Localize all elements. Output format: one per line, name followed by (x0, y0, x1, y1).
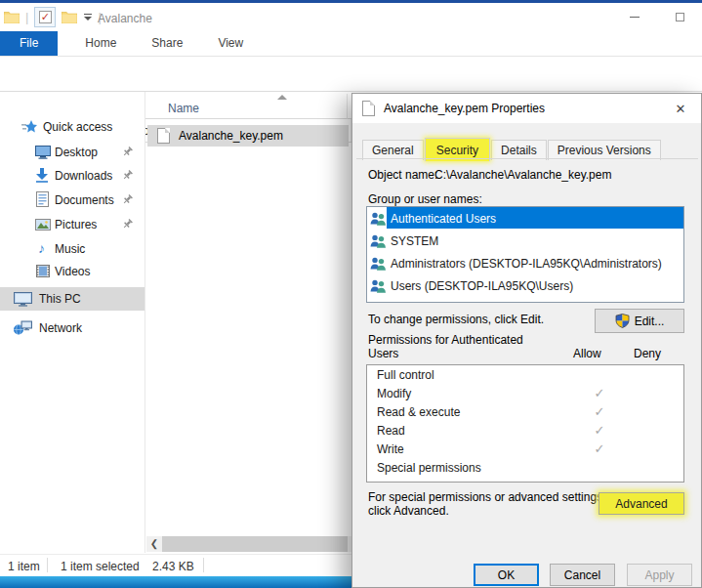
scroll-left-icon[interactable]: ❮ (146, 536, 162, 552)
group-name: Authenticated Users (391, 212, 496, 226)
permission-name: Full control (377, 368, 434, 382)
permission-row-full-control[interactable]: Full control (367, 365, 683, 384)
permission-name: Modify (377, 387, 411, 400)
users-group-icon (370, 279, 387, 293)
sidebar-item-label: This PC (39, 292, 81, 306)
sidebar-item-documents[interactable]: Documents (0, 189, 145, 212)
permissions-for-label-line2: Users (368, 347, 398, 360)
sort-ascending-icon[interactable] (277, 95, 287, 100)
edit-button-label: Edit... (635, 315, 665, 328)
properties-dialog: Avalanche_key.pem Properties ✕ General S… (351, 93, 702, 588)
qat-new-folder-icon[interactable] (62, 11, 77, 23)
sidebar-item-this-pc[interactable]: This PC (0, 287, 145, 311)
sidebar-item-videos[interactable]: Videos (0, 260, 145, 283)
group-user-label: Group or user names: (368, 192, 482, 206)
qat-separator: | (25, 10, 28, 24)
permission-name: Read (377, 424, 405, 438)
group-row-users[interactable]: Users (DESKTOP-ILA95KQ\Users) (367, 274, 683, 297)
selection-count: 1 item selected (61, 560, 140, 573)
group-name: Users (DESKTOP-ILA95KQ\Users) (391, 279, 573, 293)
permission-row-read[interactable]: Read ✓ (367, 421, 683, 440)
maximize-icon (676, 13, 684, 21)
window-title: Avalanche (98, 12, 152, 25)
sidebar-item-music[interactable]: ♪ Music (0, 237, 145, 261)
allow-checkmark: ✓ (590, 404, 609, 419)
dialog-file-icon (362, 101, 375, 116)
sidebar-item-desktop[interactable]: Desktop (0, 141, 145, 164)
pin-icon (123, 194, 133, 205)
this-pc-icon (14, 292, 32, 307)
quick-access-toolbar: | ✓ | (4, 7, 102, 27)
advanced-button-label: Advanced (615, 497, 667, 511)
sidebar-item-label: Quick access (43, 120, 112, 134)
group-name: Administrators (DESKTOP-ILA95KQ\Administ… (391, 257, 662, 271)
cancel-button[interactable]: Cancel (550, 564, 615, 586)
music-icon: ♪ (38, 240, 45, 256)
tab-view[interactable]: View (204, 31, 257, 56)
explorer-titlebar: | ✓ | Avalanche (0, 3, 702, 31)
ribbon-tab-bar: File Home Share View (0, 31, 702, 57)
tab-previous-versions[interactable]: Previous Versions (548, 140, 661, 160)
edit-button[interactable]: Edit... (595, 309, 684, 333)
column-header-name[interactable]: Name (168, 102, 199, 115)
tab-home[interactable]: Home (71, 31, 130, 56)
deny-column-header: Deny (634, 347, 661, 360)
sidebar-item-quick-access[interactable]: Quick access (0, 115, 145, 139)
qat-customize-chevron-icon[interactable] (83, 14, 92, 21)
tab-share[interactable]: Share (138, 31, 196, 56)
allow-checkmark: ✓ (590, 423, 609, 438)
edit-hint: To change permissions, click Edit. (368, 313, 544, 326)
permission-row-modify[interactable]: Modify ✓ (367, 384, 683, 402)
users-group-icon (370, 212, 387, 226)
group-row-authenticated-users[interactable]: Authenticated Users (367, 207, 683, 230)
minimize-button[interactable] (612, 3, 657, 31)
users-group-icon (370, 257, 387, 271)
sidebar-item-network[interactable]: Network (0, 316, 145, 340)
sidebar-item-downloads[interactable]: Downloads (0, 164, 145, 188)
permissions-for-label-line1: Permissions for Authenticated (368, 333, 523, 347)
permission-row-write[interactable]: Write ✓ (367, 440, 683, 458)
users-group-icon (370, 234, 387, 248)
tab-details[interactable]: Details (491, 140, 547, 160)
permission-row-special-permissions[interactable]: Special permissions (367, 458, 683, 477)
group-user-list[interactable]: Authenticated Users SYSTEM Administrator… (366, 206, 684, 303)
advanced-button[interactable]: Advanced (599, 492, 684, 515)
check-icon: ✓ (39, 11, 52, 23)
advanced-hint-line1: For special permissions or advanced sett… (368, 490, 605, 504)
ok-button[interactable]: OK (474, 564, 539, 586)
cancel-button-label: Cancel (564, 568, 600, 582)
quick-access-icon (21, 120, 37, 134)
tab-general[interactable]: General (362, 140, 424, 160)
qat-properties-button[interactable]: ✓ (34, 7, 56, 27)
ok-button-label: OK (498, 568, 515, 582)
sidebar-item-label: Downloads (55, 169, 112, 183)
close-icon[interactable]: ✕ (666, 98, 695, 119)
allow-checkmark: ✓ (590, 441, 609, 456)
sidebar-item-label: Music (55, 242, 85, 256)
column-separator (347, 94, 348, 119)
tab-page-border (356, 158, 698, 159)
object-name-label: Object name: (368, 168, 437, 182)
status-divider (47, 558, 48, 572)
group-row-administrators[interactable]: Administrators (DESKTOP-ILA95KQ\Administ… (367, 252, 683, 274)
horizontal-scrollbar[interactable]: ❮ (146, 536, 351, 552)
file-name: Avalanche_key.pem (179, 129, 283, 143)
pictures-icon (35, 219, 51, 231)
selection-size: 2.43 KB (152, 560, 194, 573)
dialog-titlebar: Avalanche_key.pem Properties (352, 94, 701, 123)
scrollbar-thumb[interactable] (162, 536, 348, 552)
group-row-system[interactable]: SYSTEM (367, 230, 683, 252)
file-row-avalanche-key[interactable]: Avalanche_key.pem (147, 125, 349, 147)
address-bar-row: ← → ⌄ ↑ « Local Disk (C:) › Avalanche ⌄ … (0, 57, 702, 92)
minimize-icon (630, 17, 640, 18)
sidebar-item-label: Documents (55, 193, 114, 207)
tab-file[interactable]: File (0, 31, 58, 56)
sidebar-item-pictures[interactable]: Pictures (0, 213, 145, 236)
dialog-tabs: General Security Details Previous Versio… (362, 137, 662, 160)
status-divider-2 (203, 558, 204, 572)
permission-row-read-execute[interactable]: Read & execute ✓ (367, 402, 683, 421)
maximize-button[interactable] (657, 3, 702, 31)
permission-name: Write (377, 442, 404, 456)
permissions-list[interactable]: Full control Modify ✓ Read & execute ✓ R… (366, 364, 684, 483)
apply-button[interactable]: Apply (627, 564, 692, 586)
